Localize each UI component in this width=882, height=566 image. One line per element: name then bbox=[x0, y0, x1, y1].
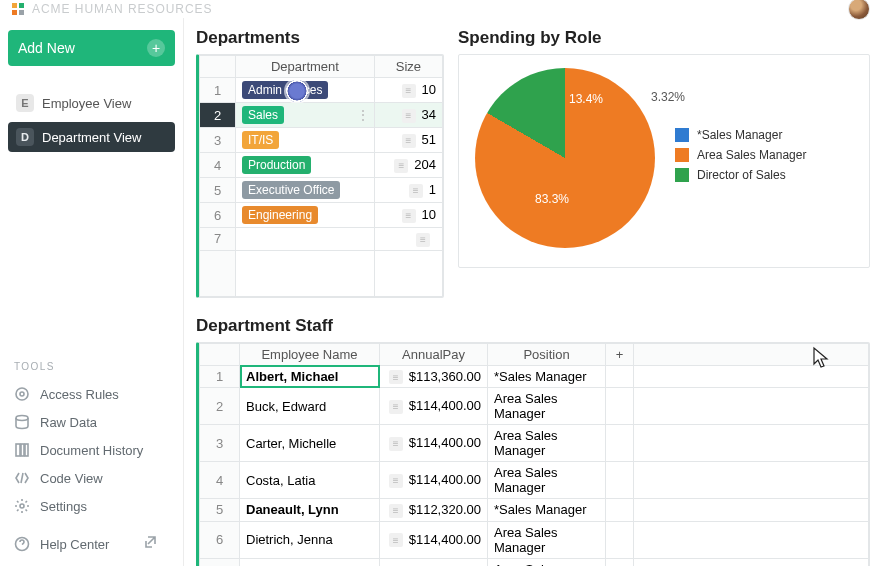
position-cell[interactable]: Area Sales Manager bbox=[488, 558, 606, 566]
table-row[interactable]: 5Daneault, Lynn≡$112,320.00*Sales Manage… bbox=[200, 499, 869, 522]
dept-cell[interactable]: IT/IS bbox=[236, 128, 375, 153]
row-number: 4 bbox=[200, 462, 240, 499]
table-row[interactable]: 6Engineering≡10 bbox=[200, 203, 443, 228]
staff-title: Department Staff bbox=[196, 316, 870, 336]
table-row[interactable]: 2Sales⋮≡34 bbox=[200, 103, 443, 128]
annual-pay-cell[interactable]: ≡$113,360.00 bbox=[380, 365, 488, 388]
expand-icon[interactable]: ≡ bbox=[402, 134, 416, 148]
size-cell[interactable]: ≡34 bbox=[374, 103, 442, 128]
sidebar-item-employee-view[interactable]: EEmployee View bbox=[8, 88, 175, 118]
table-row[interactable]: 7≡ bbox=[200, 228, 443, 251]
position-cell[interactable]: *Sales Manager bbox=[488, 365, 606, 388]
col-annual-pay[interactable]: AnnualPay bbox=[380, 343, 488, 365]
size-cell[interactable]: ≡1 bbox=[374, 178, 442, 203]
position-cell[interactable]: *Sales Manager bbox=[488, 499, 606, 522]
position-cell[interactable]: Area Sales Manager bbox=[488, 521, 606, 558]
size-cell[interactable]: ≡204 bbox=[374, 153, 442, 178]
position-cell[interactable]: Area Sales Manager bbox=[488, 388, 606, 425]
employee-name-cell[interactable]: Albert, Michael bbox=[240, 365, 380, 388]
col-position[interactable]: Position bbox=[488, 343, 606, 365]
dept-cell[interactable]: Admin Offices bbox=[236, 78, 375, 103]
expand-icon[interactable]: ≡ bbox=[402, 84, 416, 98]
size-cell[interactable]: ≡10 bbox=[374, 203, 442, 228]
expand-icon[interactable]: ≡ bbox=[389, 474, 403, 488]
code-icon bbox=[14, 470, 30, 486]
employee-name-cell[interactable]: Buck, Edward bbox=[240, 388, 380, 425]
table-row[interactable]: 3IT/IS≡51 bbox=[200, 128, 443, 153]
pie-slice-label-director: 3.32% bbox=[651, 90, 685, 104]
row-menu-icon[interactable]: ⋮ bbox=[356, 107, 370, 123]
sidebar: Add New + EEmployee ViewDDepartment View… bbox=[0, 18, 184, 566]
tool-label: Code View bbox=[40, 471, 103, 486]
spending-chart: 13.4% 83.3% 3.32% *Sales Manager Area Sa… bbox=[458, 54, 870, 268]
expand-icon[interactable]: ≡ bbox=[389, 400, 403, 414]
pie-slice-label-sales: 13.4% bbox=[569, 92, 603, 106]
add-column-button[interactable]: + bbox=[606, 343, 634, 365]
dept-cell[interactable] bbox=[236, 228, 375, 251]
annual-pay-cell[interactable]: ≡$114,400.00 bbox=[380, 425, 488, 462]
add-new-button[interactable]: Add New + bbox=[8, 30, 175, 66]
employee-name-cell[interactable]: Carter, Michelle bbox=[240, 425, 380, 462]
tool-settings[interactable]: Settings bbox=[8, 492, 175, 520]
annual-pay-cell[interactable]: ≡$112,320.00 bbox=[380, 499, 488, 522]
annual-pay-cell[interactable]: ≡$114,400.00 bbox=[380, 521, 488, 558]
row-number: 7 bbox=[200, 228, 236, 251]
employee-name-cell[interactable]: Digitale, Alfred bbox=[240, 558, 380, 566]
staff-table[interactable]: Employee Name AnnualPay Position + 1Albe… bbox=[199, 343, 869, 566]
tool-raw-data[interactable]: Raw Data bbox=[8, 408, 175, 436]
expand-icon[interactable]: ≡ bbox=[389, 504, 403, 518]
departments-title: Departments bbox=[196, 28, 444, 48]
svg-point-1 bbox=[20, 392, 24, 396]
annual-pay-cell[interactable]: ≡$116,480.00 bbox=[380, 558, 488, 566]
expand-icon[interactable]: ≡ bbox=[394, 159, 408, 173]
avatar[interactable] bbox=[848, 0, 870, 20]
employee-name-cell[interactable]: Daneault, Lynn bbox=[240, 499, 380, 522]
table-row[interactable]: 1Albert, Michael≡$113,360.00*Sales Manag… bbox=[200, 365, 869, 388]
row-number: 5 bbox=[200, 178, 236, 203]
size-cell[interactable]: ≡51 bbox=[374, 128, 442, 153]
col-department[interactable]: Department bbox=[236, 56, 375, 78]
table-row[interactable]: 2Buck, Edward≡$114,400.00Area Sales Mana… bbox=[200, 388, 869, 425]
annual-pay-cell[interactable]: ≡$114,400.00 bbox=[380, 462, 488, 499]
col-employee-name[interactable]: Employee Name bbox=[240, 343, 380, 365]
legend-item-sales: *Sales Manager bbox=[675, 128, 853, 142]
expand-icon[interactable]: ≡ bbox=[389, 370, 403, 384]
table-row[interactable]: 4Costa, Latia≡$114,400.00Area Sales Mana… bbox=[200, 462, 869, 499]
table-row[interactable]: 4Production≡204 bbox=[200, 153, 443, 178]
tool-code-view[interactable]: Code View bbox=[8, 464, 175, 492]
tool-label: Raw Data bbox=[40, 415, 97, 430]
size-cell[interactable]: ≡10 bbox=[374, 78, 442, 103]
dept-cell[interactable]: Sales⋮ bbox=[236, 103, 375, 128]
expand-icon[interactable]: ≡ bbox=[389, 437, 403, 451]
size-cell[interactable]: ≡ bbox=[374, 228, 442, 251]
expand-icon[interactable]: ≡ bbox=[416, 233, 430, 247]
tool-help-center[interactable]: Help Center bbox=[8, 530, 175, 558]
table-row[interactable]: 3Carter, Michelle≡$114,400.00Area Sales … bbox=[200, 425, 869, 462]
tool-document-history[interactable]: Document History bbox=[8, 436, 175, 464]
expand-icon[interactable]: ≡ bbox=[409, 184, 423, 198]
record-expand-icon[interactable] bbox=[286, 80, 308, 102]
annual-pay-cell[interactable]: ≡$114,400.00 bbox=[380, 388, 488, 425]
dept-cell[interactable]: Executive Office bbox=[236, 178, 375, 203]
departments-table[interactable]: Department Size 1Admin Offices≡102Sales⋮… bbox=[199, 55, 443, 297]
dept-cell[interactable]: Engineering bbox=[236, 203, 375, 228]
table-row[interactable]: 7Digitale, Alfred≡$116,480.00Area Sales … bbox=[200, 558, 869, 566]
table-row[interactable]: 1Admin Offices≡10 bbox=[200, 78, 443, 103]
col-size[interactable]: Size bbox=[374, 56, 442, 78]
table-row[interactable]: 6Dietrich, Jenna≡$114,400.00Area Sales M… bbox=[200, 521, 869, 558]
position-cell[interactable]: Area Sales Manager bbox=[488, 425, 606, 462]
history-icon bbox=[14, 442, 30, 458]
expand-icon[interactable]: ≡ bbox=[402, 209, 416, 223]
tool-access-rules[interactable]: Access Rules bbox=[8, 380, 175, 408]
employee-name-cell[interactable]: Costa, Latia bbox=[240, 462, 380, 499]
sidebar-item-department-view[interactable]: DDepartment View bbox=[8, 122, 175, 152]
expand-icon[interactable]: ≡ bbox=[389, 533, 403, 547]
target-icon bbox=[14, 386, 30, 402]
position-cell[interactable]: Area Sales Manager bbox=[488, 462, 606, 499]
pie-slice-label-area: 83.3% bbox=[535, 192, 569, 206]
external-link-icon bbox=[143, 535, 169, 554]
expand-icon[interactable]: ≡ bbox=[402, 109, 416, 123]
dept-cell[interactable]: Production bbox=[236, 153, 375, 178]
table-row[interactable]: 5Executive Office≡1 bbox=[200, 178, 443, 203]
employee-name-cell[interactable]: Dietrich, Jenna bbox=[240, 521, 380, 558]
